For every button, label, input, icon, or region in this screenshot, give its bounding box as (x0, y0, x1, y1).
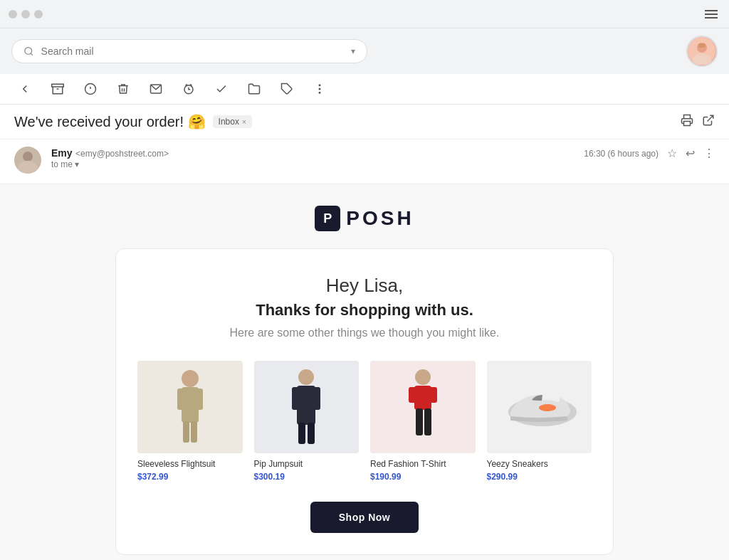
chevron-down-icon: ▾ (351, 46, 355, 56)
more-toolbar-button[interactable] (309, 80, 330, 98)
search-input[interactable] (41, 46, 344, 57)
svg-rect-26 (177, 389, 184, 410)
product-name-4: Yeezy Sneakers (487, 459, 592, 469)
posh-logo-text: POSH (346, 207, 414, 230)
search-bar[interactable]: ▾ (11, 39, 367, 63)
svg-rect-27 (196, 389, 203, 410)
email-meta: 16:30 (6 hours ago) ☆ ↩ ⋮ (584, 147, 715, 160)
hamburger-icon[interactable] (702, 7, 720, 21)
posh-logo: P POSH (115, 206, 614, 231)
top-bar (0, 0, 729, 28)
move-button[interactable] (243, 80, 265, 98)
product-name-1: Sleeveless Flightsuit (137, 459, 243, 469)
sender-email: <emy@poshstreet.com> (75, 149, 169, 159)
svg-rect-37 (414, 386, 431, 410)
posh-logo-icon: P (315, 206, 340, 231)
product-item-4: Yeezy Sneakers $290.99 (487, 361, 592, 482)
archive-button[interactable] (47, 80, 68, 98)
product-price-2: $300.19 (254, 472, 360, 482)
svg-rect-19 (684, 122, 691, 126)
back-button[interactable] (14, 80, 36, 98)
product-figure-2 (278, 364, 335, 450)
product-name-3: Red Fashion T-Shirt (370, 459, 476, 469)
svg-rect-35 (308, 423, 315, 444)
svg-point-22 (23, 152, 33, 162)
mail-button[interactable] (145, 80, 167, 98)
svg-rect-41 (424, 408, 431, 435)
svg-point-16 (319, 85, 320, 86)
product-price-1: $372.99 (137, 472, 243, 482)
svg-point-43 (539, 404, 556, 411)
avatar[interactable] (686, 36, 718, 67)
svg-rect-32 (292, 387, 299, 410)
email-time: 16:30 (6 hours ago) (584, 149, 659, 159)
product-image-4 (487, 361, 592, 453)
products-grid: Sleeveless Flightsuit $372.99 (137, 361, 592, 482)
svg-rect-34 (298, 423, 305, 444)
product-name-2: Pip Jumpsuit (254, 459, 360, 469)
svg-point-30 (298, 369, 314, 385)
product-figure-4 (496, 375, 582, 439)
toolbar (0, 74, 729, 105)
open-new-tab-button[interactable] (702, 114, 715, 130)
email-header: Emy <emy@poshstreet.com> to me ▾ 16:30 (… (0, 139, 729, 184)
product-image-2 (254, 361, 360, 453)
product-item-3: Red Fashion T-Shirt $190.99 (370, 361, 476, 482)
subject-actions (681, 114, 715, 130)
order-card: Hey Lisa, Thanks for shopping with us. H… (115, 248, 614, 555)
product-figure-3 (394, 364, 451, 450)
badge-label: Inbox (219, 117, 239, 127)
email-subject: We've received your order! 🤗 (14, 113, 206, 130)
product-price-3: $190.99 (370, 472, 476, 482)
report-button[interactable] (80, 80, 101, 98)
product-item-2: Pip Jumpsuit $300.19 (254, 361, 360, 482)
star-button[interactable]: ☆ (667, 147, 677, 160)
sender-name-row: Emy <emy@poshstreet.com> (51, 147, 574, 159)
product-price-4: $290.99 (487, 472, 592, 482)
subtext: Here are some other things we though you… (137, 327, 592, 339)
more-email-button[interactable]: ⋮ (703, 147, 715, 160)
product-item-1: Sleeveless Flightsuit $372.99 (137, 361, 243, 482)
product-image-1 (137, 361, 243, 453)
to-me[interactable]: to me ▾ (51, 159, 574, 169)
label-button[interactable] (276, 80, 298, 98)
snooze-button[interactable] (178, 80, 199, 98)
svg-rect-39 (429, 387, 437, 403)
svg-line-1 (31, 53, 33, 56)
subject-row: We've received your order! 🤗 Inbox × (0, 105, 729, 139)
svg-rect-5 (698, 43, 706, 48)
svg-rect-6 (52, 84, 64, 87)
svg-point-18 (319, 93, 320, 94)
badge-close-button[interactable]: × (242, 118, 246, 126)
svg-rect-40 (416, 408, 423, 435)
sender-info: Emy <emy@poshstreet.com> to me ▾ (51, 147, 574, 169)
thanks-text: Thanks for shopping with us. (137, 301, 592, 319)
window-dot-1 (9, 10, 17, 19)
svg-rect-31 (297, 386, 315, 425)
window-dot-3 (34, 10, 43, 19)
email-body: P POSH Hey Lisa, Thanks for shopping wit… (0, 184, 729, 560)
svg-line-20 (708, 115, 713, 121)
svg-point-17 (319, 88, 320, 90)
mark-button[interactable] (211, 80, 232, 98)
product-figure-1 (162, 364, 219, 450)
svg-point-36 (415, 369, 431, 385)
sender-name: Emy (51, 147, 73, 159)
inbox-badge: Inbox × (213, 115, 252, 128)
email-content: P POSH Hey Lisa, Thanks for shopping wit… (115, 206, 614, 560)
reply-button[interactable]: ↩ (686, 147, 695, 160)
window-controls (9, 10, 43, 19)
greeting-text: Hey Lisa, (137, 275, 592, 297)
svg-point-0 (25, 48, 32, 55)
sender-avatar (14, 147, 41, 174)
email-footer: Invite your friends via: f P t in (115, 555, 614, 560)
shop-now-button[interactable]: Shop Now (310, 502, 419, 533)
avatar-image (688, 38, 715, 65)
delete-button[interactable] (112, 80, 134, 98)
product-image-3 (370, 361, 476, 453)
window-dot-2 (21, 10, 30, 19)
sender-avatar-image (14, 147, 41, 174)
search-icon (23, 46, 34, 57)
svg-rect-28 (183, 421, 189, 443)
print-button[interactable] (681, 114, 693, 130)
